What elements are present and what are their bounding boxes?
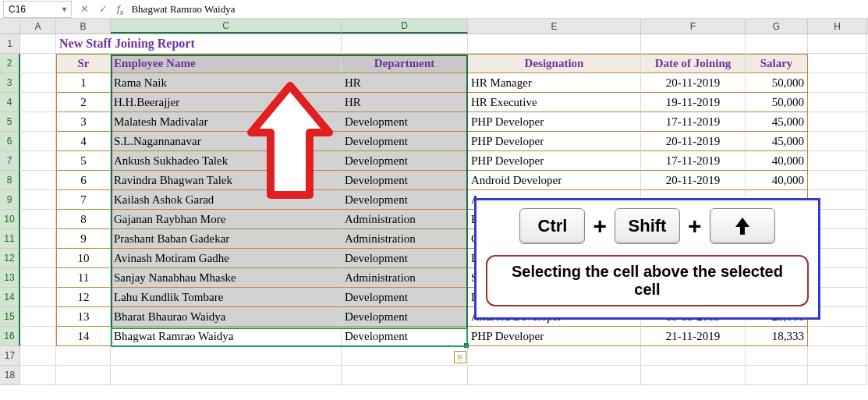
cell-department[interactable]: Administration bbox=[342, 268, 468, 288]
header-salary[interactable]: Salary bbox=[746, 54, 808, 73]
col-header-E[interactable]: E bbox=[468, 19, 641, 34]
cell-employee[interactable]: Kailash Ashok Garad bbox=[111, 190, 342, 210]
cell-department[interactable]: Development bbox=[342, 327, 468, 346]
select-all-corner[interactable] bbox=[0, 19, 20, 34]
cell-department[interactable]: Development bbox=[342, 249, 468, 268]
cell-D1[interactable] bbox=[342, 34, 468, 54]
cell-E1[interactable] bbox=[468, 34, 641, 54]
col-header-C[interactable]: C bbox=[111, 19, 342, 34]
row-header[interactable]: 7 bbox=[0, 151, 20, 171]
cell-H1[interactable] bbox=[808, 34, 867, 54]
row-header-1[interactable]: 1 bbox=[0, 34, 20, 54]
cell-salary[interactable]: 50,000 bbox=[746, 73, 808, 93]
cell-employee[interactable]: Sanjay Nanabhau Mhaske bbox=[111, 268, 342, 288]
cell-designation[interactable]: PHP Developer bbox=[468, 151, 641, 171]
cell-sr[interactable]: 12 bbox=[56, 288, 111, 307]
fx-icon[interactable]: fx bbox=[112, 2, 128, 16]
cell-designation[interactable]: PHP Developer bbox=[468, 112, 641, 132]
cell-department[interactable]: Development bbox=[342, 112, 468, 132]
cell[interactable] bbox=[808, 132, 867, 151]
cell-designation[interactable]: HR Manager bbox=[468, 73, 641, 93]
cell[interactable] bbox=[808, 151, 867, 171]
cell[interactable] bbox=[808, 93, 867, 112]
col-header-B[interactable]: B bbox=[56, 19, 111, 34]
row-header[interactable]: 13 bbox=[0, 268, 20, 288]
cell-sr[interactable]: 14 bbox=[56, 327, 111, 346]
row-header[interactable]: 15 bbox=[0, 307, 20, 327]
cell-B1-title[interactable]: New Staff Joining Report bbox=[56, 34, 111, 54]
col-header-H[interactable]: H bbox=[808, 19, 867, 34]
cell-salary[interactable]: 45,000 bbox=[746, 132, 808, 151]
cell-doj[interactable]: 20-11-2019 bbox=[641, 171, 746, 190]
cell-department[interactable]: Development bbox=[342, 132, 468, 151]
cell-employee[interactable]: Bharat Bhaurao Waidya bbox=[111, 307, 342, 327]
cell-employee[interactable]: H.H.Beerajjer bbox=[111, 93, 342, 112]
row-header[interactable]: 14 bbox=[0, 288, 20, 307]
cell-designation[interactable]: Android Developer bbox=[468, 171, 641, 190]
cell-employee[interactable]: Ankush Sukhadeo Talek bbox=[111, 151, 342, 171]
row-header-2[interactable]: 2 bbox=[0, 54, 20, 73]
cell-sr[interactable]: 8 bbox=[56, 210, 111, 229]
cell[interactable] bbox=[20, 288, 56, 307]
cell-C1[interactable] bbox=[111, 34, 342, 54]
cell[interactable] bbox=[808, 73, 867, 93]
cell[interactable] bbox=[20, 210, 56, 229]
cell[interactable] bbox=[808, 171, 867, 190]
cell-doj[interactable]: 20-11-2019 bbox=[641, 132, 746, 151]
cell-doj[interactable]: 17-11-2019 bbox=[641, 112, 746, 132]
enter-formula-icon[interactable]: ✓ bbox=[94, 1, 112, 18]
cell-sr[interactable]: 3 bbox=[56, 112, 111, 132]
cell[interactable] bbox=[20, 327, 56, 346]
cell-salary[interactable]: 40,000 bbox=[746, 171, 808, 190]
header-employee[interactable]: Employee Name bbox=[111, 54, 342, 73]
cell-doj[interactable]: 17-11-2019 bbox=[641, 151, 746, 171]
cell-employee[interactable]: Lahu Kundlik Tombare bbox=[111, 288, 342, 307]
cell[interactable] bbox=[20, 93, 56, 112]
row-header[interactable]: 4 bbox=[0, 93, 20, 112]
col-header-D[interactable]: D bbox=[342, 19, 468, 34]
cell-employee[interactable]: Ravindra Bhagwan Talek bbox=[111, 171, 342, 190]
row-header[interactable]: 3 bbox=[0, 73, 20, 93]
cell-sr[interactable]: 7 bbox=[56, 190, 111, 210]
cell-employee[interactable]: Avinash Motiram Gadhe bbox=[111, 249, 342, 268]
cell-employee[interactable]: S.L.Nagannanavar bbox=[111, 132, 342, 151]
cell-sr[interactable]: 4 bbox=[56, 132, 111, 151]
cell-department[interactable]: HR bbox=[342, 93, 468, 112]
col-header-F[interactable]: F bbox=[641, 19, 746, 34]
cell-department[interactable]: Development bbox=[342, 288, 468, 307]
cell-A1[interactable] bbox=[20, 34, 56, 54]
cell[interactable] bbox=[20, 112, 56, 132]
row-header[interactable]: 12 bbox=[0, 249, 20, 268]
cell-sr[interactable]: 2 bbox=[56, 93, 111, 112]
cell-designation[interactable]: PHP Developer bbox=[468, 327, 641, 346]
name-box[interactable]: C16 ▼ bbox=[3, 1, 72, 18]
cell[interactable] bbox=[808, 112, 867, 132]
cell[interactable] bbox=[20, 190, 56, 210]
row-header[interactable]: 16 bbox=[0, 327, 20, 346]
formula-input[interactable]: Bhagwat Ramrao Waidya bbox=[128, 3, 868, 16]
cell-department[interactable]: Development bbox=[342, 307, 468, 327]
col-header-G[interactable]: G bbox=[746, 19, 808, 34]
cell[interactable] bbox=[20, 73, 56, 93]
cell-department[interactable]: HR bbox=[342, 73, 468, 93]
cell-designation[interactable]: PHP Developer bbox=[468, 132, 641, 151]
cell-G1[interactable] bbox=[746, 34, 808, 54]
cell-employee[interactable]: Gajanan Raybhan More bbox=[111, 210, 342, 229]
row-header[interactable]: 5 bbox=[0, 112, 20, 132]
cell-sr[interactable]: 6 bbox=[56, 171, 111, 190]
cell-salary[interactable]: 50,000 bbox=[746, 93, 808, 112]
cell-sr[interactable]: 5 bbox=[56, 151, 111, 171]
cell[interactable] bbox=[20, 132, 56, 151]
header-designation[interactable]: Designation bbox=[468, 54, 641, 73]
cell[interactable] bbox=[20, 229, 56, 249]
cell-employee[interactable]: Rama Naik bbox=[111, 73, 342, 93]
cell-sr[interactable]: 9 bbox=[56, 229, 111, 249]
cell-designation[interactable]: HR Executive bbox=[468, 93, 641, 112]
cell-doj[interactable]: 19-11-2019 bbox=[641, 93, 746, 112]
cell-sr[interactable]: 1 bbox=[56, 73, 111, 93]
cell[interactable] bbox=[20, 249, 56, 268]
cell-salary[interactable]: 40,000 bbox=[746, 151, 808, 171]
cell-department[interactable]: Development bbox=[342, 190, 468, 210]
col-header-A[interactable]: A bbox=[20, 19, 56, 34]
cell-salary[interactable]: 18,333 bbox=[746, 327, 808, 346]
